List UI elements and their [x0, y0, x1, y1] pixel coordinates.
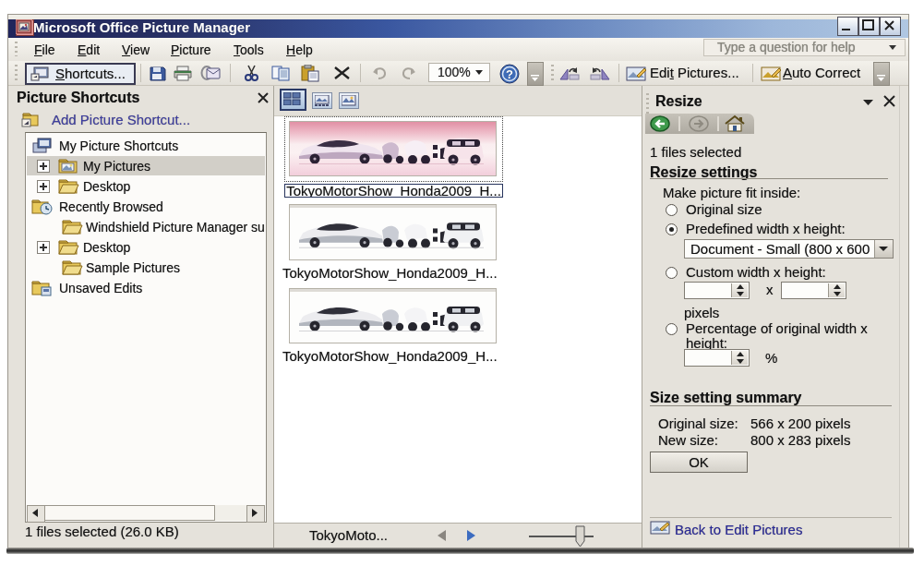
svg-text:?: ?	[506, 67, 513, 81]
